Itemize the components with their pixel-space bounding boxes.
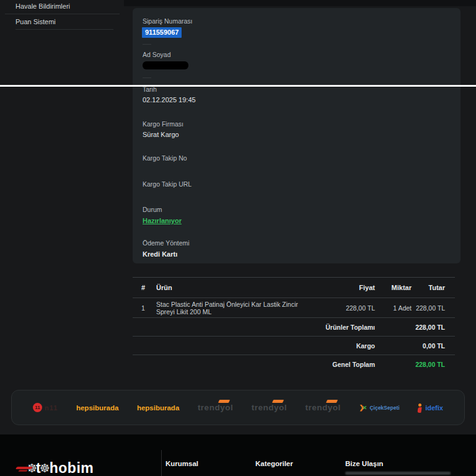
trendyol-flag-icon [218, 400, 230, 403]
trendyol-flag-icon [272, 400, 284, 403]
brand-wordmark: hobim [50, 461, 94, 475]
sidebar-divider [15, 29, 113, 30]
trendyol-wordmark: trendyol [252, 403, 287, 412]
speed-swoosh-icon [14, 465, 32, 472]
cargo-tracking-url-label: Kargo Takip URL [143, 180, 192, 188]
col-header-qty: Miktar [375, 284, 412, 291]
cargo-company-value: Sürat Kargo [143, 131, 179, 138]
item-product: Stac Plastic Anti Patinaj Önleyici Kar L… [156, 301, 313, 315]
idefix-logo[interactable]: idefix [418, 403, 443, 412]
footer-heading-kategoriler: Kategoriler [255, 460, 293, 467]
customer-name-redacted [143, 61, 188, 69]
field-separator [143, 44, 151, 45]
ciceksepeti-logo[interactable]: ❯✕ ÇiçekSepeti [359, 404, 399, 412]
trendyol-logo[interactable]: trendyol [252, 403, 287, 412]
summary-label: Genel Toplam [141, 361, 375, 368]
order-number-value[interactable]: 911559067 [142, 27, 182, 38]
ciceksepeti-wordmark: ÇiçekSepeti [369, 405, 399, 411]
hepsiburada-logo[interactable]: hepsiburada [137, 404, 179, 412]
field-separator [143, 77, 151, 78]
clipped-address-text [345, 472, 451, 475]
order-number-label: Sipariş Numarası [143, 17, 193, 25]
table-row: 1 Stac Plastic Anti Patinaj Önleyici Kar… [133, 298, 455, 318]
marketplace-logo-bar: 11 n11 hepsiburada hepsiburada trendyol … [11, 390, 465, 425]
status-label: Durum [143, 206, 162, 213]
idefix-wordmark: idefix [425, 404, 443, 412]
payment-method-label: Ödeme Yöntemi [143, 239, 190, 247]
item-qty: 1 Adet [375, 304, 412, 312]
item-index: 1 [141, 304, 156, 312]
otohobim-logo[interactable]: ☸t☸hobim [14, 461, 94, 475]
top-strip [124, 0, 476, 6]
footer: ☸t☸hobim Kurumsal Kategoriler Bize Ulaşı… [0, 434, 476, 476]
trendyol-logo[interactable]: trendyol [198, 403, 233, 412]
idefix-i-icon [418, 403, 423, 412]
cargo-company-label: Kargo Firması [143, 120, 183, 128]
order-details-card: Sipariş Numarası 911559067 Ad Soyad Tari… [133, 8, 461, 263]
payment-method-value: Kredi Kartı [143, 250, 177, 258]
hepsiburada-logo[interactable]: hepsiburada [76, 404, 118, 412]
table-header-row: # Ürün Fiyat Miktar Tutar [133, 278, 455, 298]
sidebar-divider [5, 14, 120, 14]
date-value: 02.12.2025 19:45 [143, 96, 196, 104]
n11-logo[interactable]: 11 n11 [33, 403, 58, 412]
footer-divider [161, 450, 162, 476]
col-header-price: Fiyat [313, 284, 375, 291]
sidebar-item-havale-bildirimleri[interactable]: Havale Bildirimleri [15, 2, 70, 10]
status-value[interactable]: Hazırlanıyor [143, 217, 182, 224]
hepsiburada-wordmark: hepsiburada [137, 404, 179, 412]
footer-heading-bize-ulasin: Bize Ulaşın [345, 460, 383, 467]
summary-row-shipping: Kargo 0,00 TL [133, 337, 455, 355]
col-header-index: # [141, 284, 156, 291]
summary-row-products-total: Ürünler Toplamı 228,00 TL [133, 318, 455, 337]
trendyol-wordmark: trendyol [198, 403, 233, 412]
customer-name-label: Ad Soyad [143, 51, 171, 58]
footer-heading-kurumsal: Kurumsal [165, 460, 198, 467]
col-header-total: Tutar [412, 284, 445, 291]
col-header-product: Ürün [156, 284, 313, 291]
sidebar-item-puan-sistemi[interactable]: Puan Sistemi [15, 18, 56, 25]
n11-wordmark: n11 [45, 404, 58, 412]
item-total: 228,00 TL [412, 304, 445, 312]
trendyol-wordmark: trendyol [306, 403, 341, 412]
summary-row-grand-total: Genel Toplam 228,00 TL [133, 355, 455, 374]
order-items-table: # Ürün Fiyat Miktar Tutar 1 Stac Plastic… [133, 277, 455, 374]
cargo-tracking-no-label: Kargo Takip No [143, 154, 187, 162]
summary-label: Ürünler Toplamı [141, 324, 375, 331]
hepsiburada-wordmark: hepsiburada [76, 404, 118, 412]
summary-value-grand-total: 228,00 TL [412, 361, 445, 368]
item-price: 228,00 TL [313, 304, 375, 312]
n11-circle-icon: 11 [33, 403, 42, 412]
ciceksepeti-flower-icon: ❯✕ [359, 404, 367, 412]
trendyol-flag-icon [326, 400, 338, 403]
wheel-icon: ☸ [40, 462, 50, 474]
trendyol-logo[interactable]: trendyol [306, 403, 341, 412]
summary-value: 0,00 TL [412, 342, 445, 350]
summary-value: 228,00 TL [412, 324, 445, 331]
summary-label: Kargo [141, 342, 375, 350]
page-separator-line [0, 85, 476, 87]
